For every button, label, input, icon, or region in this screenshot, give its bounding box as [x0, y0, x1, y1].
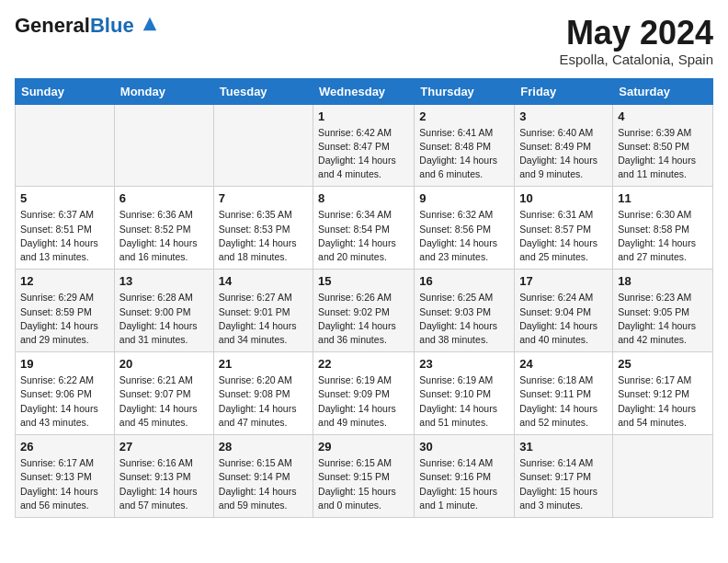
calendar-cell: 14Sunrise: 6:27 AM Sunset: 9:01 PM Dayli… [213, 270, 313, 352]
day-number: 22 [318, 357, 409, 371]
day-info: Sunrise: 6:14 AM Sunset: 9:16 PM Dayligh… [419, 456, 509, 512]
calendar-cell: 3Sunrise: 6:40 AM Sunset: 8:49 PM Daylig… [515, 104, 613, 187]
calendar-cell: 24Sunrise: 6:18 AM Sunset: 9:11 PM Dayli… [515, 352, 613, 435]
day-number: 2 [419, 109, 509, 123]
calendar-row: 5Sunrise: 6:37 AM Sunset: 8:51 PM Daylig… [16, 187, 713, 270]
day-info: Sunrise: 6:25 AM Sunset: 9:03 PM Dayligh… [419, 291, 509, 347]
logo: GeneralBlue [15, 15, 158, 37]
svg-marker-0 [143, 17, 156, 30]
day-number: 27 [119, 440, 209, 454]
day-info: Sunrise: 6:17 AM Sunset: 9:13 PM Dayligh… [20, 456, 109, 512]
day-number: 8 [318, 191, 409, 205]
calendar-cell: 1Sunrise: 6:42 AM Sunset: 8:47 PM Daylig… [313, 104, 415, 187]
calendar-cell: 2Sunrise: 6:41 AM Sunset: 8:48 PM Daylig… [415, 104, 515, 187]
weekday-header: Thursday [415, 78, 515, 104]
day-number: 4 [618, 109, 708, 123]
calendar-cell [114, 104, 213, 187]
day-number: 17 [519, 274, 608, 288]
weekday-header: Sunday [16, 78, 115, 104]
month-title: May 2024 [559, 15, 713, 52]
day-number: 15 [318, 274, 409, 288]
day-info: Sunrise: 6:15 AM Sunset: 9:15 PM Dayligh… [318, 456, 409, 512]
calendar-row: 1Sunrise: 6:42 AM Sunset: 8:47 PM Daylig… [16, 104, 713, 187]
calendar-cell: 6Sunrise: 6:36 AM Sunset: 8:52 PM Daylig… [114, 187, 213, 270]
weekday-header: Saturday [613, 78, 713, 104]
day-info: Sunrise: 6:19 AM Sunset: 9:09 PM Dayligh… [318, 373, 409, 430]
calendar-cell: 28Sunrise: 6:15 AM Sunset: 9:14 PM Dayli… [213, 435, 313, 518]
day-number: 9 [419, 191, 509, 205]
day-info: Sunrise: 6:32 AM Sunset: 8:56 PM Dayligh… [419, 208, 509, 264]
calendar-cell [213, 104, 313, 187]
day-number: 13 [119, 274, 209, 288]
day-info: Sunrise: 6:17 AM Sunset: 9:12 PM Dayligh… [618, 373, 708, 430]
weekday-header: Tuesday [213, 78, 313, 104]
day-number: 5 [20, 191, 109, 205]
logo-general: General [15, 14, 90, 37]
day-number: 12 [20, 274, 109, 288]
page-header: GeneralBlue May 2024 Espolla, Catalonia,… [15, 15, 713, 67]
day-info: Sunrise: 6:27 AM Sunset: 9:01 PM Dayligh… [219, 291, 308, 347]
day-number: 25 [618, 357, 708, 371]
day-number: 28 [219, 440, 308, 454]
day-info: Sunrise: 6:30 AM Sunset: 8:58 PM Dayligh… [618, 208, 708, 264]
calendar-table: SundayMondayTuesdayWednesdayThursdayFrid… [15, 78, 713, 518]
day-info: Sunrise: 6:40 AM Sunset: 8:49 PM Dayligh… [519, 126, 608, 182]
weekday-header: Wednesday [313, 78, 415, 104]
day-number: 29 [318, 440, 409, 454]
day-number: 20 [119, 357, 209, 371]
day-info: Sunrise: 6:18 AM Sunset: 9:11 PM Dayligh… [519, 373, 608, 430]
day-number: 26 [20, 440, 109, 454]
calendar-cell: 19Sunrise: 6:22 AM Sunset: 9:06 PM Dayli… [16, 352, 115, 435]
calendar-row: 12Sunrise: 6:29 AM Sunset: 8:59 PM Dayli… [16, 270, 713, 352]
calendar-cell: 21Sunrise: 6:20 AM Sunset: 9:08 PM Dayli… [213, 352, 313, 435]
calendar-cell: 5Sunrise: 6:37 AM Sunset: 8:51 PM Daylig… [16, 187, 115, 270]
calendar-cell: 8Sunrise: 6:34 AM Sunset: 8:54 PM Daylig… [313, 187, 415, 270]
day-number: 21 [219, 357, 308, 371]
day-number: 19 [20, 357, 109, 371]
day-number: 1 [318, 109, 409, 123]
day-info: Sunrise: 6:31 AM Sunset: 8:57 PM Dayligh… [519, 208, 608, 264]
location: Espolla, Catalonia, Spain [559, 52, 713, 67]
day-number: 7 [219, 191, 308, 205]
day-info: Sunrise: 6:28 AM Sunset: 9:00 PM Dayligh… [119, 291, 209, 347]
day-info: Sunrise: 6:36 AM Sunset: 8:52 PM Dayligh… [119, 208, 209, 264]
calendar-row: 19Sunrise: 6:22 AM Sunset: 9:06 PM Dayli… [16, 352, 713, 435]
day-number: 11 [618, 191, 708, 205]
day-number: 14 [219, 274, 308, 288]
weekday-header: Monday [114, 78, 213, 104]
calendar-cell: 17Sunrise: 6:24 AM Sunset: 9:04 PM Dayli… [515, 270, 613, 352]
calendar-cell: 13Sunrise: 6:28 AM Sunset: 9:00 PM Dayli… [114, 270, 213, 352]
day-number: 10 [519, 191, 608, 205]
day-info: Sunrise: 6:34 AM Sunset: 8:54 PM Dayligh… [318, 208, 409, 264]
calendar-cell: 15Sunrise: 6:26 AM Sunset: 9:02 PM Dayli… [313, 270, 415, 352]
day-info: Sunrise: 6:42 AM Sunset: 8:47 PM Dayligh… [318, 126, 409, 182]
day-number: 3 [519, 109, 608, 123]
day-number: 30 [419, 440, 509, 454]
calendar-cell: 20Sunrise: 6:21 AM Sunset: 9:07 PM Dayli… [114, 352, 213, 435]
day-info: Sunrise: 6:41 AM Sunset: 8:48 PM Dayligh… [419, 126, 509, 182]
day-info: Sunrise: 6:14 AM Sunset: 9:17 PM Dayligh… [519, 456, 608, 512]
day-number: 31 [519, 440, 608, 454]
day-info: Sunrise: 6:21 AM Sunset: 9:07 PM Dayligh… [119, 373, 209, 430]
day-number: 24 [519, 357, 608, 371]
day-info: Sunrise: 6:15 AM Sunset: 9:14 PM Dayligh… [219, 456, 308, 512]
calendar-cell: 25Sunrise: 6:17 AM Sunset: 9:12 PM Dayli… [613, 352, 713, 435]
calendar-cell: 10Sunrise: 6:31 AM Sunset: 8:57 PM Dayli… [515, 187, 613, 270]
calendar-cell: 26Sunrise: 6:17 AM Sunset: 9:13 PM Dayli… [16, 435, 115, 518]
calendar-cell: 7Sunrise: 6:35 AM Sunset: 8:53 PM Daylig… [213, 187, 313, 270]
title-block: May 2024 Espolla, Catalonia, Spain [559, 15, 713, 67]
calendar-cell: 29Sunrise: 6:15 AM Sunset: 9:15 PM Dayli… [313, 435, 415, 518]
day-info: Sunrise: 6:23 AM Sunset: 9:05 PM Dayligh… [618, 291, 708, 347]
calendar-cell: 18Sunrise: 6:23 AM Sunset: 9:05 PM Dayli… [613, 270, 713, 352]
day-info: Sunrise: 6:39 AM Sunset: 8:50 PM Dayligh… [618, 126, 708, 182]
day-number: 23 [419, 357, 509, 371]
day-info: Sunrise: 6:19 AM Sunset: 9:10 PM Dayligh… [419, 373, 509, 430]
day-info: Sunrise: 6:24 AM Sunset: 9:04 PM Dayligh… [519, 291, 608, 347]
calendar-cell: 22Sunrise: 6:19 AM Sunset: 9:09 PM Dayli… [313, 352, 415, 435]
calendar-body: 1Sunrise: 6:42 AM Sunset: 8:47 PM Daylig… [16, 104, 713, 517]
calendar-cell: 4Sunrise: 6:39 AM Sunset: 8:50 PM Daylig… [613, 104, 713, 187]
calendar-cell: 12Sunrise: 6:29 AM Sunset: 8:59 PM Dayli… [16, 270, 115, 352]
calendar-cell: 9Sunrise: 6:32 AM Sunset: 8:56 PM Daylig… [415, 187, 515, 270]
day-info: Sunrise: 6:22 AM Sunset: 9:06 PM Dayligh… [20, 373, 109, 430]
calendar-cell: 30Sunrise: 6:14 AM Sunset: 9:16 PM Dayli… [415, 435, 515, 518]
